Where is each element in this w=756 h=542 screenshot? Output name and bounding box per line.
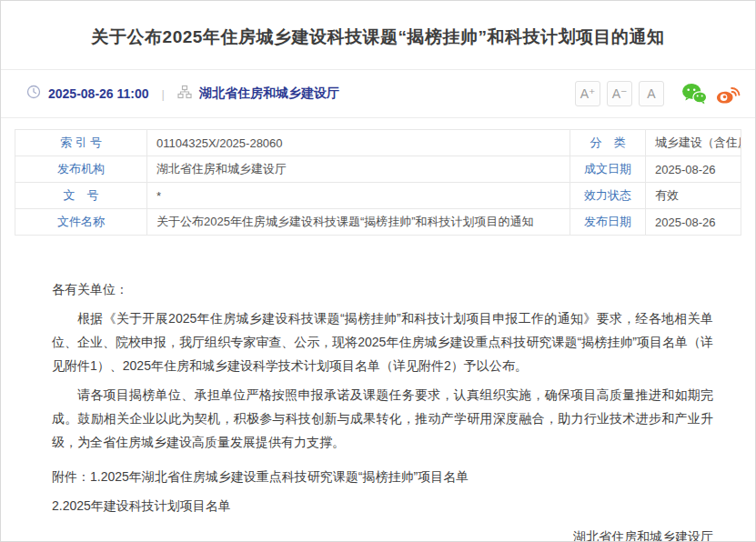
clock-icon xyxy=(26,85,41,103)
table-row: 发布机构 湖北省住房和城乡建设厅 成文日期 2025-08-26 xyxy=(15,156,741,183)
salutation: 各有关单位： xyxy=(52,277,713,301)
page-title: 关于公布2025年住房城乡建设科技课题“揭榜挂帅”和科技计划项目的通知 xyxy=(55,25,701,49)
value-validity-status: 有效 xyxy=(646,183,741,209)
value-written-date: 2025-08-26 xyxy=(646,156,741,183)
signature-organization: 湖北省住房和城乡建设厅 xyxy=(52,525,713,542)
value-publish-date: 2025-08-26 xyxy=(646,209,741,236)
value-document-number: * xyxy=(147,183,570,209)
label-validity-status: 效力状态 xyxy=(570,183,646,209)
table-row: 文件名称 关于公布2025年住房城乡建设科技课题“揭榜挂帅”和科技计划项目的通知… xyxy=(15,209,741,236)
font-larger-button[interactable]: A⁺ xyxy=(575,81,600,106)
document-body: 各有关单位： 根据《关于开展2025年住房城乡建设科技课题“揭榜挂帅”和科技计划… xyxy=(1,236,755,542)
publish-datetime: 2025-08-26 11:00 xyxy=(48,86,149,101)
meta-divider: | xyxy=(162,87,165,101)
table-row: 索 引 号 01104325X/2025-28060 分 类 城乡建设（含住房） xyxy=(15,130,741,156)
source-site-icon xyxy=(177,85,192,103)
document-page: 关于公布2025年住房城乡建设科技课题“揭榜挂帅”和科技计划项目的通知 2025… xyxy=(0,0,756,542)
share-icons xyxy=(681,83,741,105)
label-index-number: 索 引 号 xyxy=(15,130,147,156)
weibo-share-icon[interactable] xyxy=(715,83,741,105)
info-table: 索 引 号 01104325X/2025-28060 分 类 城乡建设（含住房）… xyxy=(15,129,741,236)
meta-right: A⁺ A⁻ A xyxy=(575,81,741,106)
meta-left: 2025-08-26 11:00 | 湖北省住房和城乡建设厅 xyxy=(26,85,339,103)
value-index-number: 01104325X/2025-28060 xyxy=(147,130,570,156)
meta-bar: 2025-08-26 11:00 | 湖北省住房和城乡建设厅 A⁺ A⁻ A xyxy=(1,70,755,118)
font-reset-button[interactable]: A xyxy=(639,81,664,106)
value-document-name: 关于公布2025年住房城乡建设科技课题“揭榜挂帅”和科技计划项目的通知 xyxy=(147,209,570,236)
paragraph-1: 根据《关于开展2025年住房城乡建设科技课题“揭榜挂帅”和科技计划项目申报工作的… xyxy=(52,306,713,377)
source-link[interactable]: 湖北省住房和城乡建设厅 xyxy=(199,85,339,102)
label-issuing-agency: 发布机构 xyxy=(15,156,147,183)
font-smaller-button[interactable]: A⁻ xyxy=(607,81,632,106)
attachment-2: 2.2025年建设科技计划项目名单 xyxy=(52,494,713,517)
value-category: 城乡建设（含住房） xyxy=(646,130,741,156)
label-document-number: 文 号 xyxy=(15,183,147,209)
label-document-name: 文件名称 xyxy=(15,209,147,236)
attachment-1: 附件：1.2025年湖北省住房城乡建设重点科技研究课题“揭榜挂帅”项目名单 xyxy=(52,465,713,488)
value-issuing-agency: 湖北省住房和城乡建设厅 xyxy=(147,156,570,183)
label-publish-date: 发布日期 xyxy=(570,209,646,236)
paragraph-2: 请各项目揭榜单位、承担单位严格按照申报承诺及课题任务要求，认真组织实施，确保项目… xyxy=(52,383,713,454)
title-section: 关于公布2025年住房城乡建设科技课题“揭榜挂帅”和科技计划项目的通知 xyxy=(1,1,755,70)
label-category: 分 类 xyxy=(570,130,646,156)
wechat-share-icon[interactable] xyxy=(681,83,707,105)
table-row: 文 号 * 效力状态 有效 xyxy=(15,183,741,209)
label-written-date: 成文日期 xyxy=(570,156,646,183)
info-table-wrap: 索 引 号 01104325X/2025-28060 分 类 城乡建设（含住房）… xyxy=(1,118,755,236)
